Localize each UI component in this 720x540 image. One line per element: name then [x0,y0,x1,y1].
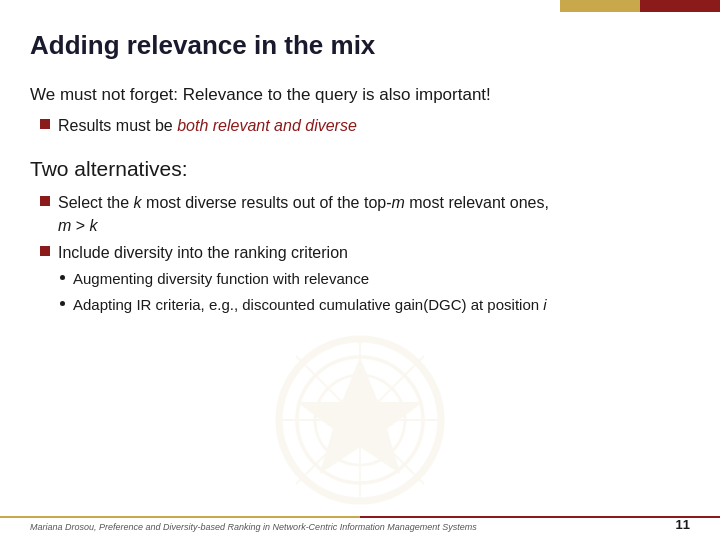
sub-bullet-dot-icon-2 [60,301,65,306]
sub-bullet-item-1: Augmenting diversity function with relev… [60,268,690,291]
bullet3-text: Include diversity into the ranking crite… [58,241,348,264]
top-bar-gold [560,0,640,12]
footer-page-number: 11 [676,517,690,532]
bullet-item-1: Results must be both relevant and divers… [40,114,690,137]
section2-title: Two alternatives: [30,157,690,181]
intro-text-content: We must not forget: Relevance to the que… [30,85,491,104]
italic-k-1: k [134,194,142,211]
italic-colored-text: both relevant and diverse [177,117,357,134]
sub-bullet-dot-icon-1 [60,275,65,280]
footer: Mariana Drosou, Preference and Diversity… [30,517,690,532]
top-accent-bar [560,0,720,12]
sub-bullet-item-2: Adapting IR criteria, e.g., discounted c… [60,294,690,317]
bullet2-text: Select the k most diverse results out of… [58,191,549,237]
italic-i: i [543,296,546,313]
intro-text: We must not forget: Relevance to the que… [30,83,690,108]
italic-m-2: m [58,217,71,234]
subbullet1-text: Augmenting diversity function with relev… [73,268,369,291]
italic-k-2: k [90,217,98,234]
footer-citation: Mariana Drosou, Preference and Diversity… [30,522,477,532]
top-bar-red [640,0,720,12]
slide-title: Adding relevance in the mix [30,30,690,61]
bullet-item-3: Include diversity into the ranking crite… [40,241,690,264]
subbullet2-text: Adapting IR criteria, e.g., discounted c… [73,294,547,317]
bullet-square-icon-2 [40,196,50,206]
bullet-square-icon [40,119,50,129]
bullet1-text: Results must be both relevant and divers… [58,114,357,137]
bullet-item-2: Select the k most diverse results out of… [40,191,690,237]
bullet-square-icon-3 [40,246,50,256]
slide-content: Adding relevance in the mix We must not … [30,30,690,510]
italic-m: m [392,194,405,211]
